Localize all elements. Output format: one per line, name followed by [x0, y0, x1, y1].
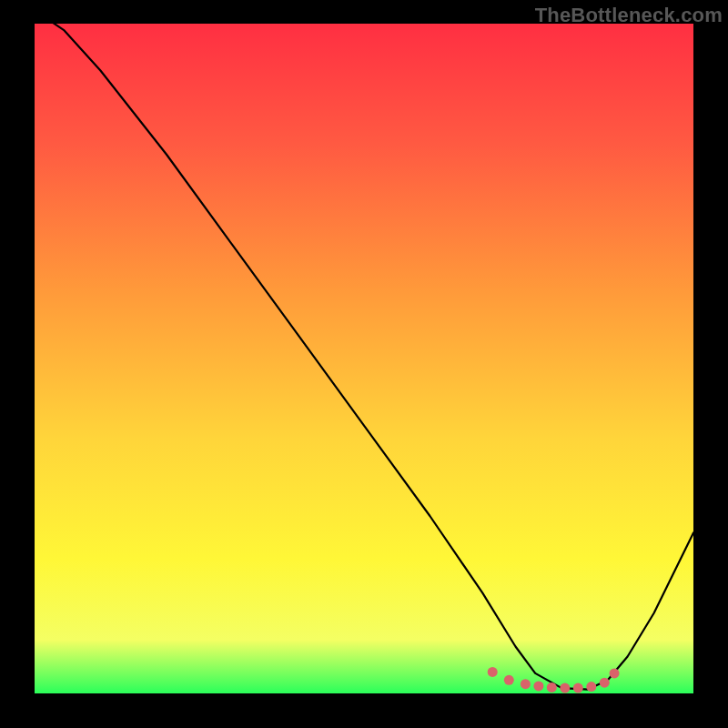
marker-point: [600, 678, 610, 688]
marker-point: [586, 682, 596, 692]
marker-point: [488, 667, 498, 677]
plot-background: [35, 24, 693, 693]
chart-container: TheBottleneck.com: [0, 0, 728, 728]
marker-point: [573, 683, 583, 693]
watermark-label: TheBottleneck.com: [535, 4, 723, 27]
bottleneck-chart: [0, 0, 728, 728]
marker-point: [504, 675, 514, 685]
marker-point: [610, 668, 620, 678]
marker-point: [533, 681, 543, 691]
marker-point: [547, 682, 557, 693]
marker-point: [560, 683, 570, 693]
marker-point: [521, 679, 531, 689]
